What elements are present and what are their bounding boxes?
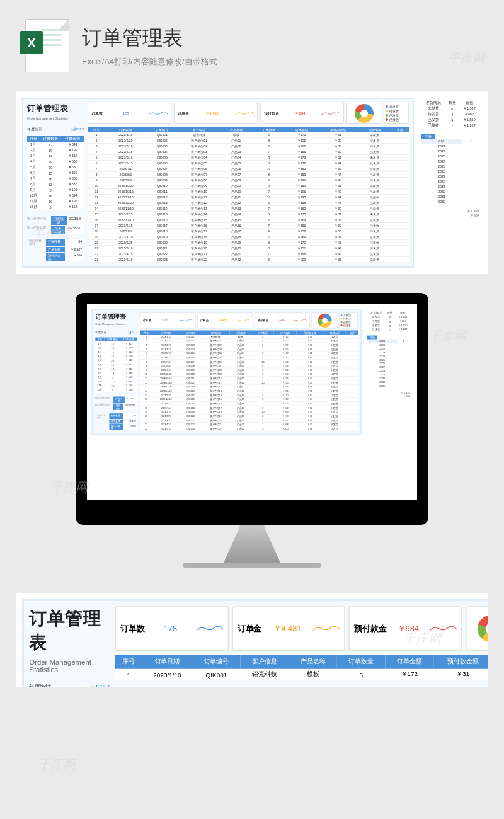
table-row[interactable]: 182023/1/5QIK018客户单位17产品179￥152￥30待发货 — [88, 229, 409, 234]
watermark: 千库网 — [38, 756, 76, 773]
orders-table: 序号订单日期订单编号客户信息产品名称订单数量订单金额预付款金额发货情况备注120… — [115, 655, 488, 680]
table-row[interactable]: 112023/10/15QIK011客户单位10产品107￥196￥40已发货 — [140, 376, 358, 381]
range-summary: 区间结果统计订单数量84订单金额￥2,187预付款金额￥506 — [27, 239, 84, 262]
table-row[interactable]: 12023/1/10QIK001铝壳科技模板5￥172￥31未发货 — [88, 132, 409, 138]
year-option[interactable]: 2023 — [421, 154, 462, 159]
table-row[interactable]: 102023/10/20QIK010客户单位09产品099￥159￥35未发货 — [88, 183, 409, 189]
table-row[interactable]: 152023/2/25QIK015客户单位14产品145￥170￥37未发货 — [88, 212, 409, 217]
chart-legend: 未发货待发货已发货已接收 — [340, 312, 358, 328]
donut-chart — [312, 312, 338, 328]
sheet-title: 订单管理表 — [29, 606, 110, 655]
monthly-table: 月份订单数量订单金额1月12￥3412月19￥1993月14￥3184月19￥5… — [27, 136, 84, 210]
year-selector-header[interactable]: 年份 — [367, 336, 377, 340]
date-range-input[interactable]: 输入开始日期开始日期2023/1/5输入结束日期结束日期2023/5/10 — [95, 397, 137, 411]
page-subtitle: Excel/A4打印/内容随意修改/自带格式 — [82, 56, 217, 67]
stat-card: 订单数178 — [115, 606, 229, 651]
table-row[interactable]: 222023/4/15QIK022客户单位21产品217￥188￥45已发货 — [88, 251, 409, 257]
table-row[interactable]: 82023/8/6QIK008客户单位07产品078￥153￥47已发货 — [88, 172, 409, 178]
table-row[interactable]: 202023/2/25QIK020客户单位19产品198￥170￥48已接收 — [88, 240, 409, 246]
year-stat-label: 年度统计 — [27, 127, 42, 132]
table-row[interactable]: 152023/2/25QIK015客户单位14产品145￥170￥37未发货 — [140, 393, 358, 398]
table-row[interactable]: 132023/12/20QIK013客户单位12产品125￥158￥48已发货 — [140, 385, 358, 389]
year-value: 📊2023 — [71, 127, 84, 132]
template-preview-flat: 订单管理表Order Management Statistics年度统计📊202… — [16, 91, 488, 274]
template-preview-cropped: 订单管理表Order Management Statistics年度统计📊202… — [16, 593, 488, 687]
orders-table: 序号订单日期订单编号客户信息产品名称订单数量订单金额预付款金额发货情况备注120… — [88, 127, 409, 263]
table-row[interactable]: 92023/9/5QIK009客户单位08产品085￥196￥46待发货 — [140, 368, 358, 372]
table-row[interactable]: 122023/11/10QIK012客户单位11产品1110￥195￥44已接收 — [88, 195, 409, 200]
chart-legend: 未发货待发货已发货已接收 — [384, 103, 409, 124]
year-selector-header[interactable]: 年份 — [421, 134, 435, 139]
table-row[interactable]: 92023/9/5QIK009客户单位08产品085￥196￥46待发货 — [88, 178, 409, 183]
table-row[interactable]: 122023/11/10QIK012客户单位11产品1110￥195￥44已接收 — [140, 381, 358, 385]
stat-card: 预付款金￥984 — [255, 312, 310, 328]
range-summary: 区间结果统计订单数量84订单金额￥2,187预付款金额￥506 — [95, 413, 137, 430]
year-option[interactable]: 2029 — [421, 184, 462, 189]
year-option[interactable]: 2021 — [421, 144, 462, 149]
table-row[interactable]: 112023/10/15QIK011客户单位10产品107￥196￥40已发货 — [88, 189, 409, 195]
table-row[interactable]: 72023/7/1QIK007客户单位06产品0610￥152￥32待发货 — [88, 166, 409, 172]
table-row[interactable]: 202023/2/25QIK020客户单位19产品198￥170￥48已接收 — [140, 414, 358, 418]
year-option[interactable]: 2028 — [421, 179, 462, 184]
table-row[interactable]: 52023/5/10QIK005客户单位04产品048￥178￥31未发货 — [140, 351, 358, 355]
year-stat-label: 年度统计 — [95, 330, 106, 335]
table-row[interactable]: 212023/3/10QIK021客户单位20产品208￥151￥41待发货 — [140, 418, 358, 423]
date-range-input[interactable]: 输入开始日期开始日期2023/1/5输入结束日期结束日期2023/5/10 — [27, 216, 84, 235]
table-row[interactable]: 162022/12/10QIK016客户单位15产品155￥169￥37已发货 — [140, 398, 358, 402]
page-header: X 订单管理表 Excel/A4打印/内容随意修改/自带格式 — [0, 0, 504, 79]
monitor-mockup: 订单管理表Order Management Statistics年度统计📊202… — [0, 293, 504, 568]
table-row[interactable]: 42023/4/15QIK004客户单位03产品037￥156￥39已接收 — [88, 149, 409, 155]
table-row[interactable]: 102023/10/20QIK010客户单位09产品099￥159￥35未发货 — [140, 372, 358, 377]
excel-file-icon: X — [25, 19, 69, 72]
table-row[interactable]: 162022/12/10QIK016客户单位15产品155￥169￥37已发货 — [88, 217, 409, 223]
year-option[interactable]: 2027 — [421, 174, 462, 179]
side-summary-panel: 发货情况数量金额未发货6￥1,057待发货4￥667已发货9￥1,550已接收7… — [419, 98, 482, 268]
stat-card: 预付款金￥984 — [260, 103, 344, 124]
stat-card: 订单数178 — [140, 312, 195, 328]
year-value: 📊2023 — [91, 683, 110, 687]
year-option[interactable]: 2026 — [421, 169, 462, 174]
year-stat-label: 年度统计 — [29, 683, 50, 687]
stat-card: 订单金￥4,481 — [197, 312, 253, 328]
table-row[interactable]: 232023/5/10QIK023客户单位22产品225￥200￥36未发货 — [88, 257, 409, 263]
table-row[interactable]: 52023/5/10QIK005客户单位04产品048￥178￥31未发货 — [88, 155, 409, 161]
year-option[interactable]: 2024 — [421, 159, 462, 164]
table-row[interactable]: 212023/3/10QIK021客户单位20产品208￥151￥41待发货 — [88, 246, 409, 251]
table-row[interactable]: 142023/11/10QIK014客户单位13产品137￥162￥30已发货 — [140, 389, 358, 393]
table-row[interactable]: 82023/8/6QIK008客户单位07产品078￥153￥47已发货 — [140, 364, 358, 368]
table-row[interactable]: 62023/6/15QIK006客户单位05产品058￥172￥44已发货 — [140, 355, 358, 360]
year-option[interactable]: 2031 — [421, 194, 462, 199]
sheet-title: 订单管理表 — [27, 103, 84, 114]
stat-card: 预付款金￥984 — [349, 606, 462, 651]
year-option[interactable]: 2022 — [421, 149, 462, 154]
stat-card: 订单金￥4,481 — [174, 103, 258, 124]
table-row[interactable]: 192023/1/10QIK019客户单位18产品1810￥169￥37已发货 — [140, 410, 358, 415]
table-row[interactable]: 142023/11/10QIK014客户单位13产品137￥162￥30已发货 — [88, 206, 409, 212]
table-row[interactable]: 32023/3/10QIK003客户单位02产品026￥167￥38待发货 — [140, 343, 358, 347]
sheet-subtitle: Order Management Statistics — [95, 323, 137, 326]
table-row[interactable]: 172023/4/15QIK017客户单位16产品167￥156￥39已接收 — [140, 401, 358, 406]
orders-table: 序号订单日期订单编号客户信息产品名称订单数量订单金额预付款金额发货情况备注120… — [140, 330, 358, 431]
table-row[interactable]: 22023/2/25QIK002客户单位01产品019￥152￥30待发货 — [88, 138, 409, 144]
sheet-subtitle: Order Management Statistics — [29, 658, 110, 675]
sheet-title: 订单管理表 — [95, 312, 137, 321]
table-row[interactable]: 182023/1/5QIK018客户单位17产品179￥152￥30待发货 — [140, 406, 358, 410]
stat-card: 订单金￥4,481 — [232, 606, 345, 651]
year-option[interactable]: 2032 — [421, 199, 462, 204]
table-row[interactable]: 72023/7/1QIK007客户单位06产品0610￥152￥32待发货 — [140, 360, 358, 364]
table-row[interactable]: 32023/3/10QIK003客户单位02产品026￥167￥38待发货 — [88, 144, 409, 149]
donut-chart — [466, 606, 488, 651]
table-row[interactable]: 132023/12/20QIK013客户单位12产品125￥158￥48已发货 — [88, 200, 409, 206]
side-summary-panel: 发货情况数量金额未发货6￥1,057待发货4￥667已发货9￥1,550已接收7… — [365, 309, 412, 435]
table-row[interactable]: 22023/2/25QIK002客户单位01产品019￥152￥30待发货 — [140, 338, 358, 343]
table-row[interactable]: 192023/1/10QIK019客户单位18产品1810￥169￥37已发货 — [88, 234, 409, 240]
table-row[interactable]: 62023/6/15QIK006客户单位05产品058￥172￥44已发货 — [88, 161, 409, 166]
table-row[interactable]: 42023/4/15QIK004客户单位03产品037￥156￥39已接收 — [140, 347, 358, 352]
year-option[interactable]: 2030 — [421, 189, 462, 194]
table-row[interactable]: 222023/4/15QIK022客户单位21产品217￥188￥45已发货 — [140, 423, 358, 427]
year-option[interactable]: 2025 — [421, 164, 462, 169]
year-option[interactable]: 2032 — [367, 384, 397, 388]
table-row[interactable]: 172023/4/15QIK017客户单位16产品167￥156￥39已接收 — [88, 223, 409, 229]
table-row[interactable]: 12023/1/10QIK001铝壳科技模板5￥172￥31未发货 — [115, 669, 488, 680]
table-row[interactable]: 232023/5/10QIK023客户单位22产品225￥200￥36未发货 — [140, 427, 358, 431]
